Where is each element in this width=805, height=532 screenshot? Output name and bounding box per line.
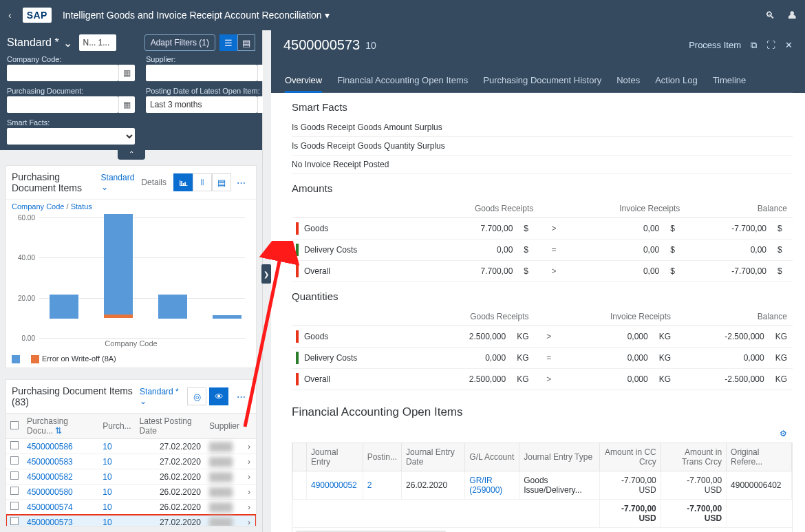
tab-notes[interactable]: Notes (616, 70, 640, 92)
splitter-handle-icon[interactable]: ❯ (261, 264, 271, 284)
user-icon[interactable]: 👤︎ (787, 10, 797, 21)
chart-dim2: Status (71, 202, 92, 211)
doc-link[interactable]: 4500000582 (27, 472, 73, 482)
item-link[interactable]: 10 (103, 442, 111, 451)
chart-details-link[interactable]: Details (141, 178, 167, 187)
chart-bar[interactable] (50, 295, 78, 319)
tab-financial-accounting-open-items[interactable]: Financial Accounting Open Items (337, 70, 468, 92)
col-date[interactable]: Latest Posting Date (136, 414, 205, 439)
back-button[interactable]: ‹ (8, 10, 12, 21)
table-row[interactable]: 45000005801026.02.2020████› (6, 485, 256, 500)
view-chart-button[interactable]: ▤ (237, 34, 255, 51)
search-icon[interactable]: 🔍︎ (765, 10, 775, 21)
close-icon[interactable]: ✕ (785, 40, 793, 50)
open-new-window-icon[interactable]: ⧉ (751, 40, 757, 51)
fullscreen-icon[interactable]: ⛶ (766, 40, 775, 50)
collapse-filter-icon[interactable]: ⌃ (118, 150, 145, 160)
chart-x-axis-label: Company Code (12, 339, 250, 348)
chart[interactable]: 0.0020.0040.0060.00———— (12, 217, 250, 338)
sap-logo: SAP (23, 8, 52, 23)
tab-action-log[interactable]: Action Log (655, 70, 697, 92)
tab-overview[interactable]: Overview (285, 70, 322, 93)
nav-icon[interactable]: › (244, 485, 256, 500)
row-checkbox[interactable] (10, 441, 19, 449)
row-checkbox[interactable] (10, 502, 19, 510)
amounts-title: Amounts (292, 182, 793, 194)
doc-link[interactable]: 4500000580 (27, 487, 73, 497)
visibility-icon[interactable]: 👁︎ (209, 387, 228, 405)
select-smart-facts[interactable] (7, 128, 135, 145)
status-indicator (296, 265, 299, 277)
chart-type-column-icon[interactable]: ⫴ (193, 173, 212, 191)
tab-purchasing-document-history[interactable]: Purchasing Document History (483, 70, 601, 92)
splitter[interactable]: ❯ (263, 30, 271, 532)
chart-bar[interactable] (158, 295, 187, 319)
doc-link[interactable]: 4500000583 (27, 457, 73, 467)
tab-timeline[interactable]: Timeline (713, 70, 747, 92)
input-supplier[interactable] (146, 65, 257, 81)
nav-icon[interactable]: › (244, 469, 256, 485)
row-checkbox[interactable] (10, 471, 19, 480)
doc-link[interactable]: 4500000586 (27, 442, 73, 451)
input-company-code[interactable] (7, 65, 118, 81)
smart-fact: Is Goods Receipt Goods Amount Surplus (292, 118, 793, 137)
vh-company-code-icon[interactable]: ▦ (118, 65, 135, 81)
table-row[interactable]: 45000005821026.02.2020████› (6, 469, 256, 485)
item-link[interactable]: 10 (103, 487, 111, 497)
vh-purchdoc-icon[interactable]: ▦ (118, 96, 135, 113)
table-row[interactable]: 45000005861027.02.2020████› (6, 439, 256, 454)
chart-more-icon[interactable]: ⋯ (231, 173, 250, 191)
item-link[interactable]: 10 (103, 472, 111, 482)
row-checkbox[interactable] (10, 456, 19, 465)
status-indicator (296, 330, 299, 343)
chart-dim1[interactable]: Company Code (12, 202, 64, 211)
chart-bar[interactable] (104, 214, 133, 315)
object-item: 10 (365, 40, 376, 51)
col-supplier[interactable]: Supplier (205, 414, 244, 439)
chart-variant[interactable]: Standard ⌄ (101, 173, 135, 192)
table-row[interactable]: 45000005741026.02.2020████› (6, 500, 256, 515)
nav-icon[interactable]: › (244, 439, 256, 454)
select-all-checkbox[interactable] (10, 421, 19, 429)
col-item[interactable]: Purch... (98, 414, 135, 439)
table-row[interactable]: 45000005731027.02.2020████› (6, 515, 256, 526)
doc-link[interactable]: 4500000574 (27, 502, 73, 512)
je-link[interactable]: 4900000052 (311, 480, 357, 490)
show-hide-icon[interactable]: ◎ (187, 387, 206, 405)
col-doc[interactable]: Purchasing Docu... ⇅ (23, 414, 98, 439)
chart-bar[interactable] (213, 315, 242, 319)
gl-link[interactable]: GR/IR (259000) (469, 476, 502, 495)
fi-section-title: Financial Accounting Open Items (292, 405, 793, 419)
supplier-cell: ████ (209, 457, 233, 467)
row-checkbox[interactable] (10, 517, 19, 525)
item-link[interactable]: 10 (103, 518, 111, 526)
item-link[interactable]: 10 (103, 502, 111, 512)
metric-row: Goods2.500,000KG>0,000KG-2.500,000KG (292, 326, 793, 348)
fi-settings-icon[interactable]: ⚙ (780, 429, 787, 438)
table-row[interactable]: 45000005831027.02.2020████› (6, 454, 256, 469)
supplier-cell: ████ (209, 487, 233, 497)
row-checkbox[interactable] (10, 487, 19, 495)
quick-filter-input[interactable] (79, 34, 116, 51)
nav-icon[interactable]: › (244, 500, 256, 515)
adapt-filters-button[interactable]: Adapt Filters (1) (144, 34, 215, 51)
nav-icon[interactable]: › (244, 454, 256, 469)
metric-row: Overall7.700,00$>0,00$-7.700,00$ (292, 261, 793, 282)
je-post-link[interactable]: 2 (367, 480, 372, 490)
supplier-cell: ████ (209, 472, 233, 482)
variant-selector[interactable]: Standard * ⌄ (7, 36, 72, 50)
app-title[interactable]: Intelligent Goods and Invoice Receipt Ac… (63, 10, 330, 21)
chart-type-bar-icon[interactable]: 📊︎ (173, 173, 193, 191)
input-purchdoc[interactable] (7, 96, 118, 113)
nav-icon[interactable]: › (244, 515, 256, 526)
label-smart-facts: Smart Facts: (7, 118, 135, 127)
fi-row[interactable]: 4900000052226.02.2020GR/IR (259000)Goods… (293, 471, 792, 500)
input-posting-date[interactable] (146, 96, 257, 113)
process-item-button[interactable]: Process Item (689, 40, 741, 50)
list-variant[interactable]: Standard * ⌄ (140, 387, 182, 406)
doc-link[interactable]: 4500000573 (27, 518, 73, 526)
item-link[interactable]: 10 (103, 457, 111, 467)
list-more-icon[interactable]: ⋯ (231, 387, 250, 405)
view-list-button[interactable]: ☰ (219, 34, 237, 51)
chart-type-table-icon[interactable]: ▤ (212, 173, 231, 191)
